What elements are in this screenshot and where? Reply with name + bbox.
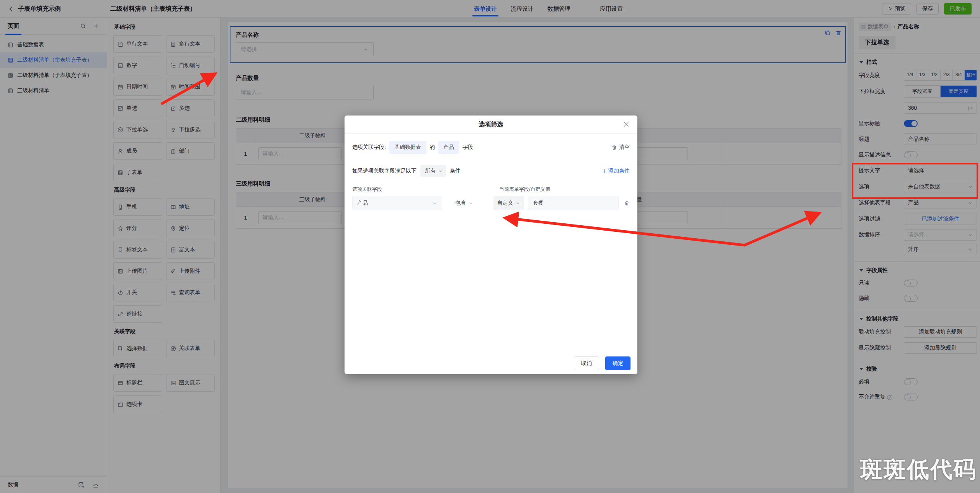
value-type: 自定义 [497,200,513,207]
chevron-down-icon [432,201,437,206]
relation-prefix: 选项关联字段: [352,144,386,151]
modal-footer: 取消 确定 [345,352,637,374]
clear-button[interactable]: 清空 [611,144,630,151]
operator-value: 包含 [455,200,466,207]
scope-value: 所有 [425,168,436,174]
chevron-down-icon [468,201,473,206]
modal-title: 选项筛选 [479,120,503,129]
relation-field-select[interactable]: 产品 [352,196,442,210]
relation-field-row: 选项关联字段: 基础数据表 的 产品 字段 清空 [352,141,630,154]
condition-labels-row: 选项关联字段 当前表单字段/自定义值 [352,186,630,193]
modal-close[interactable] [623,121,630,129]
add-condition-label: 添加条件 [608,168,630,174]
relation-table-tag[interactable]: 基础数据表 [389,141,426,154]
right-field-label: 当前表单字段/自定义值 [499,186,550,193]
condition-prefix: 如果选项关联字段满足以下 [352,168,416,174]
left-field-label: 选项关联字段 [352,186,499,193]
modal-header: 选项筛选 [345,116,637,134]
relation-suffix: 字段 [462,144,473,151]
relation-of: 的 [430,144,435,151]
condition-scope-row: 如果选项关联字段满足以下 所有 条件 添加条件 [352,165,630,177]
confirm-button[interactable]: 确定 [605,356,630,370]
plus-icon [602,169,607,174]
close-icon [623,121,630,128]
condition-suffix: 条件 [450,168,461,174]
option-filter-modal: 选项筛选 选项关联字段: 基础数据表 的 产品 字段 清空 如果选项关联字段满足… [345,116,637,374]
trash-icon [611,145,617,150]
modal-body: 选项关联字段: 基础数据表 的 产品 字段 清空 如果选项关联字段满足以下 所有… [345,134,637,352]
delete-condition-icon[interactable] [624,200,630,206]
chevron-down-icon [515,201,520,206]
relation-field-tag[interactable]: 产品 [438,141,459,154]
app: 子表单填充示例 二级材料清单（主表填充子表） 表单设计 流程设计 数据管理 应用… [0,0,980,493]
custom-value: 套餐 [533,200,544,207]
add-condition-button[interactable]: 添加条件 [602,168,630,174]
select-value: 产品 [357,200,368,207]
custom-value-input[interactable]: 套餐 [528,196,619,210]
condition-controls-row: 产品 包含 自定义 套餐 [352,196,630,210]
operator-select[interactable]: 包含 [455,200,480,207]
value-type-select[interactable]: 自定义 [493,196,524,210]
cancel-button[interactable]: 取消 [574,356,599,370]
scope-select[interactable]: 所有 [420,165,446,177]
clear-label: 清空 [619,144,630,151]
chevron-down-icon [438,169,443,174]
